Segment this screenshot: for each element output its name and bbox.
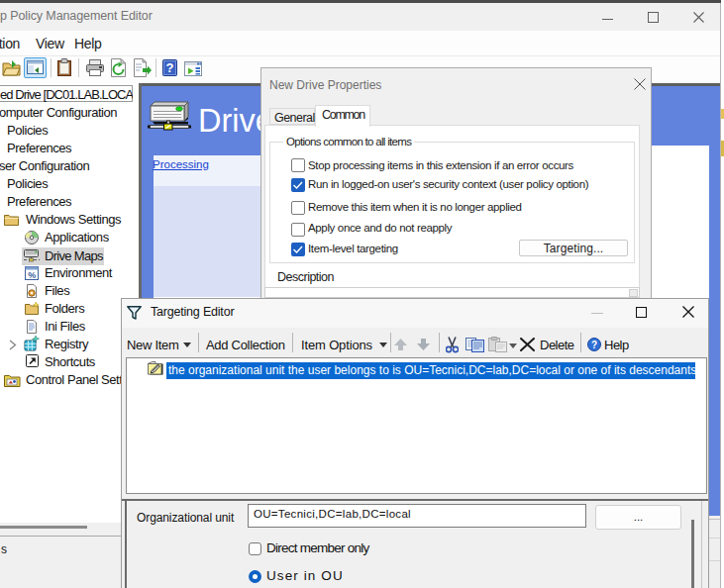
svg-text:?: ?	[166, 60, 174, 75]
svg-text:?: ?	[591, 340, 597, 350]
svg-text:%: %	[28, 270, 36, 280]
